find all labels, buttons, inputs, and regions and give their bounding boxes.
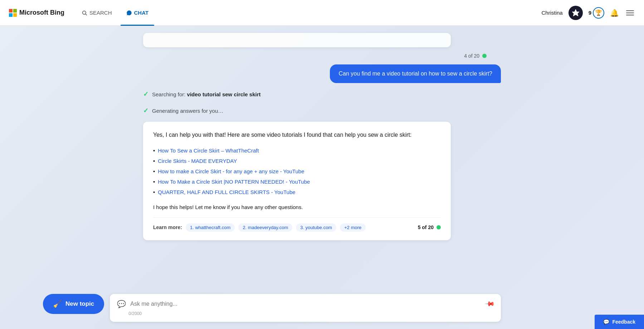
status-row-2: ✓ Generating answers for you… [143,105,501,116]
list-item: QUARTER, HALF AND FULL CIRCLE SKIRTS - Y… [153,187,441,197]
notification-bell-icon[interactable]: 🔔 [610,9,619,17]
source-chip-3[interactable]: 3. youtube.com [296,223,336,232]
main-content: 4 of 20 Can you find me a video tutorial… [0,26,644,329]
header: Microsoft Bing SEARCH CHAT Christina 9 � [0,0,644,26]
checkmark-icon-1: ✓ [143,90,148,98]
status-text-2: Generating answers for you… [152,108,223,114]
link-3[interactable]: How to make a Circle Skirt - for any age… [158,168,304,174]
chat-icon [126,10,132,16]
header-right: Christina 9 🏆 🔔 [541,6,635,20]
svg-rect-1 [13,9,17,13]
link-5[interactable]: QUARTER, HALF AND FULL CIRCLE SKIRTS - Y… [158,189,295,195]
points-count: 9 [589,10,591,16]
pin-icon[interactable]: 📌 [484,298,495,309]
status-dot-5 [436,225,441,229]
ai-links-list: How To Sew a Circle Skirt – WhatTheCraft… [153,145,441,197]
list-item: How To Sew a Circle Skirt – WhatTheCraft [153,145,441,156]
bing-logo[interactable]: Microsoft Bing [9,9,64,17]
list-item: How To Make a Circle Skirt |NO PATTERN N… [153,176,441,187]
logo-area: Microsoft Bing [9,9,64,17]
svg-rect-2 [9,13,13,17]
chat-label: CHAT [134,10,149,16]
input-row: 💬 📌 [117,300,494,308]
svg-line-5 [86,14,87,15]
bottom-area: 🧹 New topic 💬 📌 0/2000 [0,288,644,329]
search-label: SEARCH [89,10,112,16]
nav-search[interactable]: SEARCH [76,7,118,19]
input-area: 💬 📌 0/2000 [110,294,501,322]
menu-line-1 [626,10,634,11]
list-item: Circle Skirts - MADE EVERYDAY [153,156,441,166]
ai-closing: I hope this helps! Let me know if you ha… [153,203,441,212]
svg-rect-3 [13,13,17,17]
microsoft-logo-icon [9,9,17,17]
hamburger-menu-icon[interactable] [625,9,635,17]
checkmark-icon-2: ✓ [143,107,148,115]
ai-intro: Yes, I can help you with that! Here are … [153,130,441,140]
user-bubble: Can you find me a video tutorial on how … [330,64,501,83]
feedback-button[interactable]: 💬 Feedback [595,315,644,329]
menu-line-2 [626,13,634,13]
count-text-4: 4 of 20 [464,53,479,59]
status-dot-4 [482,54,487,58]
learn-more-bar: Learn more: 1. whatthecraft.com 2. madee… [153,217,441,232]
learn-more-label: Learn more: [153,224,182,230]
avatar [569,6,583,20]
ai-response-card: Yes, I can help you with that! Here are … [143,122,451,240]
list-item: How to make a Circle Skirt - for any age… [153,166,441,176]
user-name: Christina [541,10,562,16]
logo-text: Microsoft Bing [19,9,64,16]
svg-rect-0 [9,9,13,13]
svg-marker-6 [572,9,579,16]
svg-point-4 [83,11,86,14]
feedback-label: Feedback [612,319,635,325]
menu-line-3 [626,15,634,15]
source-chip-2[interactable]: 2. madeeveryday.com [238,223,292,232]
nav-chat[interactable]: CHAT [121,7,155,19]
feedback-icon: 💬 [603,319,609,325]
link-2[interactable]: Circle Skirts - MADE EVERYDAY [158,158,237,164]
new-topic-button[interactable]: 🧹 New topic [43,294,104,314]
search-icon [82,10,87,16]
new-topic-label: New topic [65,300,94,308]
trophy-icon: 🏆 [593,7,604,19]
nav-items: SEARCH CHAT [76,7,154,19]
previous-message-card [143,33,451,47]
chat-bubble-icon: 💬 [117,300,126,308]
message-count-4: 4 of 20 [143,53,501,59]
user-message: Can you find me a video tutorial on how … [143,64,501,83]
message-count-5: 5 of 20 [418,224,441,230]
points-badge: 9 🏆 [589,7,604,19]
link-1[interactable]: How To Sew a Circle Skirt – WhatTheCraft [158,147,259,154]
status-text-1: Searching for: video tutorial sew circle… [152,91,260,97]
source-chip-1[interactable]: 1. whatthecraft.com [186,223,235,232]
chat-area: 4 of 20 Can you find me a video tutorial… [0,26,644,288]
chat-input[interactable] [130,301,482,307]
more-sources-chip[interactable]: +2 more [340,223,366,232]
count-text-5: 5 of 20 [418,224,434,230]
avatar-icon [571,9,580,17]
link-4[interactable]: How To Make a Circle Skirt |NO PATTERN N… [158,179,310,185]
status-row-1: ✓ Searching for: video tutorial sew circ… [143,89,501,100]
broom-icon: 🧹 [53,300,62,308]
char-count: 0/2000 [117,311,494,316]
